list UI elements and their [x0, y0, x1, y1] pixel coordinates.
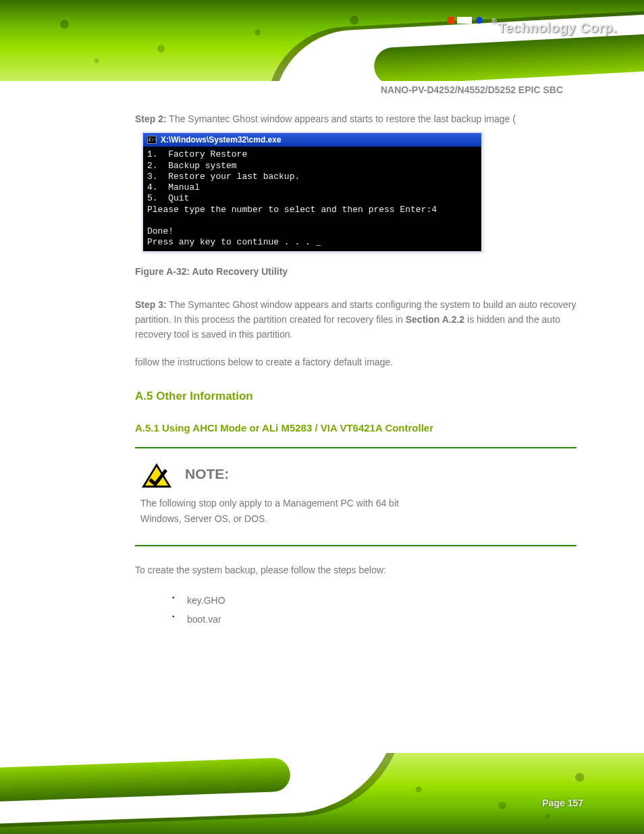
- section-heading: A.5 Other Information: [135, 390, 576, 403]
- list-item: key.GHO: [172, 591, 576, 610]
- subsection-heading: A.5.1 Using AHCI Mode or ALi M5283 / VIA…: [135, 422, 576, 434]
- note-body: The following stop only apply to a Manag…: [140, 496, 571, 528]
- cmd-line-3: 4. Manual: [147, 182, 200, 192]
- subsection-title: Using AHCI Mode or ALi M5283 / VIA VT642…: [162, 422, 433, 434]
- cmd-line-5: Please type the number to select and the…: [147, 205, 437, 215]
- svg-rect-0: [448, 17, 454, 24]
- subsection-number: A.5.1: [135, 422, 159, 434]
- step-2-text: Step 2: The Symantec Ghost window appear…: [135, 111, 576, 126]
- svg-rect-1: [448, 25, 454, 43]
- svg-rect-2: [457, 17, 472, 24]
- cmd-line-8: Press any key to continue . . . _: [147, 237, 321, 247]
- brand-text: ®Technology Corp.: [491, 20, 617, 35]
- step3-label: Step 3:: [135, 299, 167, 310]
- list-item: boot.var: [172, 610, 576, 629]
- step2-label: Step 2:: [135, 113, 167, 124]
- iei-logo-icon: [448, 17, 487, 43]
- svg-rect-6: [476, 25, 483, 43]
- section-title: Other Information: [156, 390, 253, 402]
- svg-rect-4: [457, 36, 472, 43]
- cmd-line-2: 3. Restore your last backup.: [147, 172, 300, 182]
- step3-ref: Section A.2.2: [406, 314, 464, 325]
- note-label: NOTE:: [185, 462, 229, 482]
- cmd-line-7: Done!: [147, 226, 173, 236]
- cmd-body: 1. Factory Restore 2. Backup system 3. R…: [143, 147, 481, 251]
- bullet-list: key.GHO boot.var: [172, 591, 576, 629]
- after-note-para: To create the system backup, please foll…: [135, 563, 576, 579]
- cmd-window: C:\ X:\Windows\System32\cmd.exe 1. Facto…: [142, 132, 483, 252]
- footer-decor: [0, 753, 644, 834]
- cmd-titlebar: C:\ X:\Windows\System32\cmd.exe: [143, 133, 481, 147]
- section-number: A.5: [135, 390, 153, 402]
- para-after-figure: follow the instructions below to create …: [135, 355, 576, 371]
- page-number: Page 157: [542, 798, 583, 808]
- svg-rect-3: [457, 26, 472, 33]
- cmd-icon: C:\: [147, 136, 157, 144]
- figure-caption: Figure A-32: Auto Recovery Utility: [135, 266, 576, 277]
- cmd-title-text: X:\Windows\System32\cmd.exe: [161, 135, 281, 145]
- note-icon: [140, 462, 173, 489]
- cmd-line-0: 1. Factory Restore: [147, 149, 247, 159]
- cmd-line-1: 2. Backup system: [147, 161, 237, 171]
- note-box: NOTE: The following stop only apply to a…: [135, 447, 576, 547]
- page-content: NANO-PV-D4252/N4552/D5252 EPIC SBC Step …: [0, 81, 644, 629]
- step-3-text: Step 3: The Symantec Ghost window appear…: [135, 297, 576, 342]
- step2-body: The Symantec Ghost window appears and st…: [169, 113, 516, 124]
- svg-point-5: [476, 17, 483, 24]
- brand-logo-block: ®Technology Corp.: [448, 17, 617, 43]
- cmd-line-4: 5. Quit: [147, 193, 189, 203]
- product-name: NANO-PV-D4252/N4552/D5252 EPIC SBC: [381, 84, 563, 95]
